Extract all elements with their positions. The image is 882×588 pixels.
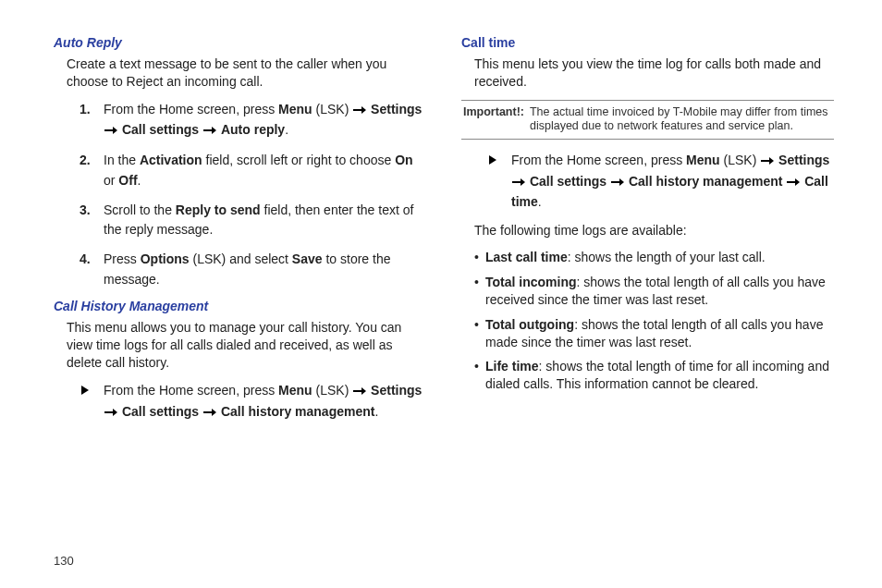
text: (LSK) [312,383,353,398]
nav-step: From the Home screen, press Menu (LSK) S… [80,381,426,423]
bold: On [395,153,412,167]
text: From the Home screen, press [104,102,278,116]
logs-intro: The following time logs are available: [474,222,834,239]
bold: Settings [778,153,829,167]
note-body: The actual time invoiced by T-Mobile may… [530,105,832,134]
note-label: Important!: [463,105,524,134]
text: or [104,173,118,188]
step-2: 2. In the Activation field, scroll left … [80,151,426,190]
bold: Settings [371,102,422,116]
bold: Reply to send [176,202,261,217]
bold: Activation [140,153,202,167]
text: : shows the length of your last call. [568,250,766,264]
call-time-nav-list: From the Home screen, press Menu (LSK) S… [487,151,834,213]
bold: Menu [278,102,312,116]
bold: Call settings [530,174,606,189]
text: field, scroll left or right to choose [202,153,396,167]
time-logs-list: Last call time: shows the length of your… [474,249,834,393]
arrow-right-icon [203,121,216,141]
arrow-right-icon [203,403,216,423]
text: Press [104,251,141,266]
text: Scroll to the [104,202,176,217]
list-item: Total outgoing: shows the total length o… [474,316,834,351]
text: (LSK) and select [190,251,292,266]
important-note: Important!: The actual time invoiced by … [461,100,834,140]
list-item: Last call time: shows the length of your… [474,249,834,266]
bold: Call history management [221,404,375,419]
two-column-layout: Auto Reply Create a text message to be s… [54,31,834,432]
bold: Call settings [122,122,199,137]
bold: Menu [278,383,312,398]
step-3: 3. Scroll to the Reply to send field, th… [80,201,426,240]
step-4: 4. Press Options (LSK) and select Save t… [80,250,426,289]
text: In the [104,153,140,167]
manual-page: Auto Reply Create a text message to be s… [0,0,882,588]
text: (LSK) [312,102,353,116]
bold: Save [292,251,323,266]
bold: Call settings [122,404,199,419]
step-number: 1. [80,100,91,120]
auto-reply-steps: 1. From the Home screen, press Menu (LSK… [80,100,426,290]
arrow-right-icon [104,121,117,141]
step-number: 2. [80,151,91,171]
left-column: Auto Reply Create a text message to be s… [54,31,426,432]
bold: Total outgoing [485,317,574,332]
step-1: 1. From the Home screen, press Menu (LSK… [80,100,426,141]
list-item: Total incoming: shows the total length o… [474,274,834,309]
bold: Settings [371,383,422,398]
bold: Menu [686,153,720,167]
arrow-right-icon [353,101,366,121]
step-number: 4. [80,250,91,270]
heading-call-history-management: Call History Management [54,299,426,313]
text: From the Home screen, press [511,153,686,167]
arrow-right-icon [761,152,774,172]
bold: Off [118,173,137,188]
call-time-intro: This menu lets you view the time log for… [474,55,834,91]
text: . [374,404,378,419]
text: From the Home screen, press [104,383,278,398]
text: (LSK) [720,153,761,167]
text: . [538,194,542,209]
bold: Life time [485,359,539,374]
bold: Last call time [485,250,568,264]
text: . [138,173,141,188]
arrow-right-icon [611,173,624,193]
nav-step: From the Home screen, press Menu (LSK) S… [487,151,834,213]
list-item: Life time: shows the total length of tim… [474,358,834,393]
right-column: Call time This menu lets you view the ti… [461,31,834,432]
text: . [285,122,288,137]
bold: Auto reply [221,122,285,137]
bold: Total incoming [485,275,577,289]
heading-call-time: Call time [461,35,834,50]
arrow-right-icon [104,403,117,423]
heading-auto-reply: Auto Reply [54,35,426,50]
bold: Options [141,251,190,266]
step-number: 3. [80,201,91,221]
chm-intro: This menu allows you to manage your call… [67,319,426,372]
arrow-right-icon [512,173,525,193]
chm-nav-list: From the Home screen, press Menu (LSK) S… [80,381,426,423]
page-number: 130 [54,554,74,568]
arrow-right-icon [353,382,366,402]
bold: Call history management [629,174,783,189]
auto-reply-intro: Create a text message to be sent to the … [67,55,426,91]
arrow-right-icon [787,173,800,193]
